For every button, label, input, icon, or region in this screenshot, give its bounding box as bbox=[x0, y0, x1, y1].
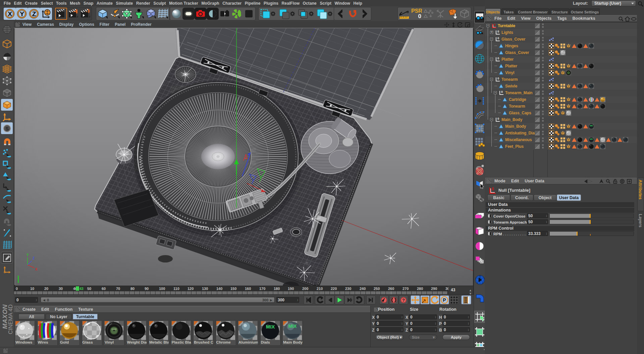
svg-text:Z: Z bbox=[33, 256, 35, 260]
svg-text:0: 0 bbox=[501, 90, 503, 94]
svg-text:Y: Y bbox=[20, 10, 24, 17]
svg-text:MIX: MIX bbox=[266, 324, 275, 330]
svg-text:MIX: MIX bbox=[590, 125, 593, 127]
svg-text:S: S bbox=[5, 126, 8, 131]
svg-text:Z: Z bbox=[32, 10, 36, 17]
svg-text:0: 0 bbox=[497, 30, 499, 33]
svg-text:X: X bbox=[35, 268, 38, 271]
svg-text:Y: Y bbox=[26, 253, 29, 257]
svg-text:0: 0 bbox=[497, 117, 499, 120]
svg-text:X: X bbox=[8, 10, 12, 17]
svg-text:?: ? bbox=[402, 298, 405, 303]
svg-text:MIX: MIX bbox=[590, 138, 593, 140]
svg-text:0: 0 bbox=[418, 13, 421, 19]
svg-text:0: 0 bbox=[492, 187, 494, 191]
svg-text:P: P bbox=[443, 297, 446, 303]
svg-text:0: 0 bbox=[494, 23, 495, 26]
svg-text:0: 0 bbox=[497, 77, 499, 80]
svg-text:MIX: MIX bbox=[288, 323, 297, 329]
svg-text:0: 0 bbox=[497, 57, 499, 60]
svg-text:0: 0 bbox=[497, 37, 499, 40]
svg-text:α: α bbox=[407, 10, 409, 14]
